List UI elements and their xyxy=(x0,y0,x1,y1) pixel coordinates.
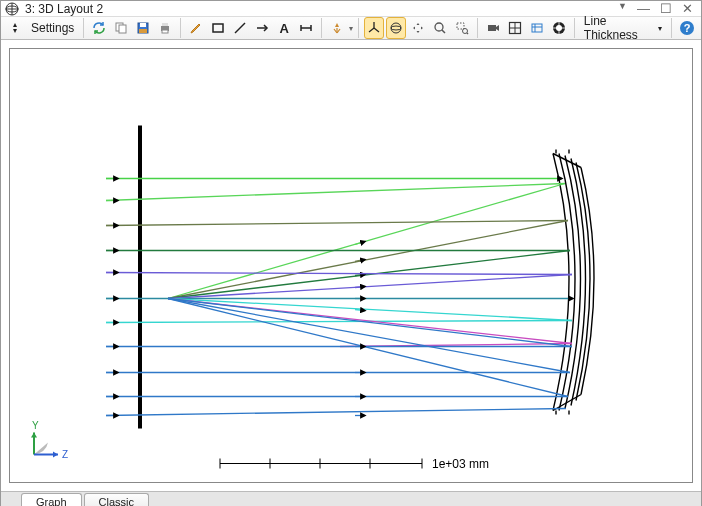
svg-line-74 xyxy=(106,409,566,416)
svg-point-26 xyxy=(462,29,467,34)
svg-rect-28 xyxy=(488,25,496,31)
svg-line-58 xyxy=(106,273,572,275)
axis-y-label: Y xyxy=(32,420,39,431)
target-button[interactable] xyxy=(549,17,569,39)
separator xyxy=(321,18,322,38)
config-button[interactable] xyxy=(527,17,547,39)
line-tool-button[interactable] xyxy=(230,17,250,39)
pencil-button[interactable] xyxy=(186,17,206,39)
print-button[interactable] xyxy=(155,17,175,39)
help-button[interactable]: ? xyxy=(677,17,697,39)
fit-button[interactable] xyxy=(505,17,525,39)
rotate-tool-button[interactable] xyxy=(327,17,347,39)
svg-rect-12 xyxy=(213,24,223,32)
svg-rect-11 xyxy=(162,30,168,33)
svg-text:?: ? xyxy=(684,22,691,34)
chevron-down-icon: ▾ xyxy=(658,24,662,33)
dimension-tool-button[interactable] xyxy=(296,17,316,39)
maximize-button[interactable]: ☐ xyxy=(660,1,672,16)
svg-line-51 xyxy=(355,242,365,245)
camera-button[interactable] xyxy=(483,17,503,39)
tabbar: Graph Classic xyxy=(1,491,701,506)
svg-line-50 xyxy=(168,184,565,299)
axis-z-label: Z xyxy=(62,449,68,460)
settings-button[interactable]: Settings xyxy=(27,17,78,39)
svg-rect-32 xyxy=(532,24,542,32)
separator xyxy=(477,18,478,38)
viewport[interactable]: 1e+03 mm Y Z xyxy=(9,48,693,483)
svg-rect-25 xyxy=(457,23,464,29)
svg-line-13 xyxy=(235,23,245,33)
svg-line-24 xyxy=(442,30,445,33)
separator xyxy=(358,18,359,38)
svg-rect-5 xyxy=(119,25,126,33)
svg-line-73 xyxy=(168,299,568,397)
separator xyxy=(83,18,84,38)
scalebar-label: 1e+03 mm xyxy=(432,457,489,471)
svg-rect-8 xyxy=(139,29,147,33)
ray-diagram: 1e+03 mm Y Z xyxy=(10,49,692,482)
tab-graph[interactable]: Graph xyxy=(21,493,82,506)
canvas-area-wrap: 1e+03 mm Y Z xyxy=(1,40,701,491)
svg-line-52 xyxy=(106,221,568,226)
line-thickness-label: Line Thickness xyxy=(584,14,655,42)
close-button[interactable]: ✕ xyxy=(682,1,693,16)
separator xyxy=(671,18,672,38)
line-thickness-dropdown[interactable]: Line Thickness ▾ xyxy=(580,17,666,39)
axes-view-button[interactable] xyxy=(364,17,384,39)
zoom-window-button[interactable] xyxy=(452,17,472,39)
svg-line-49 xyxy=(106,184,565,201)
tab-classic[interactable]: Classic xyxy=(84,493,149,506)
toolbar: ▴▾ Settings A xyxy=(1,17,701,40)
svg-point-22 xyxy=(391,26,401,30)
svg-line-63 xyxy=(106,321,572,323)
svg-rect-10 xyxy=(162,23,168,26)
svg-point-21 xyxy=(391,23,401,33)
save-button[interactable] xyxy=(133,17,153,39)
svg-line-20 xyxy=(374,28,379,32)
svg-rect-7 xyxy=(140,23,146,27)
pan-button[interactable] xyxy=(408,17,428,39)
zoom-button[interactable] xyxy=(430,17,450,39)
arrow-tool-button[interactable] xyxy=(252,17,272,39)
separator xyxy=(180,18,181,38)
settings-label: Settings xyxy=(31,21,74,35)
window-title: 3: 3D Layout 2 xyxy=(25,2,618,16)
orbit-button[interactable] xyxy=(386,17,406,39)
expand-button[interactable]: ▴▾ xyxy=(5,17,25,39)
svg-line-27 xyxy=(467,33,468,34)
dropdown-caret-icon[interactable]: ▾ xyxy=(349,24,353,33)
svg-point-23 xyxy=(435,23,443,31)
text-tool-button[interactable]: A xyxy=(274,17,294,39)
app-icon xyxy=(5,2,19,16)
svg-line-19 xyxy=(369,28,374,32)
rectangle-tool-button[interactable] xyxy=(208,17,228,39)
copy-button[interactable] xyxy=(111,17,131,39)
separator xyxy=(574,18,575,38)
refresh-button[interactable] xyxy=(89,17,109,39)
